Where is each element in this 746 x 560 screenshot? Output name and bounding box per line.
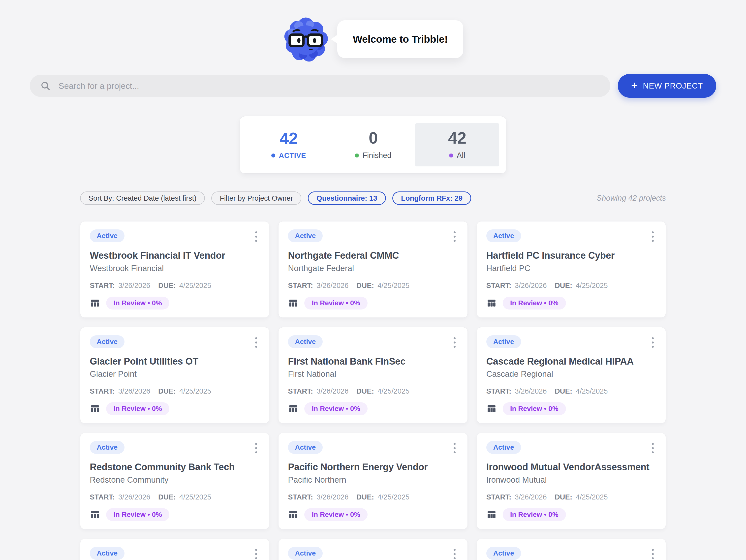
start-date: 3/26/2026 [515, 387, 547, 395]
status-badge: Active [486, 441, 521, 454]
stats-tab-finished[interactable]: 0 Finished [331, 123, 415, 166]
project-dates: START: 3/26/2026 DUE: 4/25/2025 [90, 387, 260, 395]
status-badge: Active [288, 441, 323, 454]
project-owner: Pacific Northern [288, 475, 458, 485]
kebab-menu-icon[interactable] [649, 441, 656, 455]
review-progress-pill: In Review • 0% [304, 297, 368, 309]
kebab-menu-icon[interactable] [253, 547, 260, 560]
card-header: Active [486, 547, 656, 560]
card-header: Active [90, 229, 260, 244]
card-header: Active [288, 441, 458, 455]
review-progress-pill: In Review • 0% [503, 402, 566, 415]
card-header: Active [288, 547, 458, 560]
status-badge: Active [90, 547, 124, 560]
kebab-menu-icon[interactable] [649, 229, 656, 244]
new-project-button[interactable]: + NEW PROJECT [618, 74, 716, 98]
project-title: Pacific Northern Energy Vendor [288, 462, 458, 473]
project-card[interactable]: Active Cascade Regional Medical HIPAA Ca… [477, 327, 666, 424]
card-header: Active [288, 229, 458, 244]
kebab-menu-icon[interactable] [649, 335, 656, 350]
welcome-speech-bubble: Welcome to Tribble! [337, 20, 463, 58]
hero-banner: Welcome to Tribble! [0, 0, 746, 64]
kebab-menu-icon[interactable] [451, 441, 458, 455]
card-header: Active [90, 335, 260, 350]
kebab-menu-icon[interactable] [253, 335, 260, 350]
table-icon [486, 298, 497, 308]
all-count: 42 [448, 130, 466, 146]
filter-owner-chip[interactable]: Filter by Project Owner [211, 192, 301, 205]
review-progress-pill: In Review • 0% [304, 402, 368, 415]
project-status-row: In Review • 0% [288, 508, 458, 521]
due-date: 4/25/2025 [179, 281, 211, 290]
start-date: 3/26/2026 [515, 281, 547, 290]
project-status-row: In Review • 0% [90, 508, 260, 521]
project-dates: START: 3/26/2026 DUE: 4/25/2025 [90, 493, 260, 501]
active-label: ACTIVE [279, 151, 306, 160]
project-status-row: In Review • 0% [288, 297, 458, 309]
project-card[interactable]: Active Granite Summit Capital InvestorDD… [80, 539, 269, 560]
project-grid: Active Westbrook Financial IT Vendor Wes… [80, 221, 666, 560]
kebab-menu-icon[interactable] [253, 229, 260, 244]
project-card[interactable]: Active Hartfield PC Insurance Cyber Hart… [477, 221, 666, 318]
search-input[interactable] [30, 75, 610, 97]
project-owner: Glacier Point [90, 369, 260, 379]
questionnaire-filter-chip[interactable]: Questionnaire: 13 [308, 192, 386, 205]
start-date: 3/26/2026 [316, 493, 348, 501]
table-icon [90, 403, 100, 414]
due-date: 4/25/2025 [179, 493, 211, 501]
project-card[interactable]: Active Westbrook Financial IT Vendor Wes… [80, 221, 269, 318]
tribble-mascot-icon [283, 16, 329, 62]
due-date: 4/25/2025 [377, 281, 409, 290]
project-card[interactable]: Active Glacier Point Utilities OT Glacie… [80, 327, 269, 424]
status-badge: Active [288, 229, 323, 242]
kebab-menu-icon[interactable] [451, 335, 458, 350]
start-label: START: [90, 493, 115, 501]
project-owner: Redstone Community [90, 475, 260, 485]
project-card[interactable]: Active Bluegrass Health Network Vendor B… [477, 539, 666, 560]
card-header: Active [486, 441, 656, 455]
project-dates: START: 3/26/2026 DUE: 4/25/2025 [486, 387, 656, 395]
finished-label: Finished [362, 151, 391, 160]
card-header: Active [90, 441, 260, 455]
due-date: 4/25/2025 [377, 493, 409, 501]
status-badge: Active [90, 229, 124, 242]
project-title: Westbrook Financial IT Vendor [90, 250, 260, 261]
kebab-menu-icon[interactable] [451, 547, 458, 560]
longform-rfx-filter-chip[interactable]: Longform RFx: 29 [392, 192, 471, 205]
project-owner: Cascade Regional [486, 369, 656, 379]
project-status-row: In Review • 0% [90, 402, 260, 415]
welcome-text: Welcome to Tribble! [353, 33, 448, 45]
project-dates: START: 3/26/2026 DUE: 4/25/2025 [486, 493, 656, 501]
due-label: DUE: [356, 387, 374, 395]
card-header: Active [288, 335, 458, 350]
due-date: 4/25/2025 [377, 387, 409, 395]
project-card[interactable]: Active First National Bank FinSec First … [278, 327, 467, 424]
review-progress-pill: In Review • 0% [304, 508, 368, 521]
plus-icon: + [631, 80, 638, 91]
due-label: DUE: [356, 493, 374, 501]
due-date: 4/25/2025 [576, 281, 608, 290]
project-title: Northgate Federal CMMC [288, 250, 458, 261]
project-card[interactable]: Active Ironwood Mutual VendorAssessment … [477, 433, 666, 529]
stats-tab-active[interactable]: 42 ACTIVE [247, 123, 331, 166]
status-badge: Active [90, 335, 124, 348]
sort-by-chip[interactable]: Sort By: Created Date (latest first) [80, 192, 205, 205]
search-bar [30, 75, 610, 97]
project-card[interactable]: Active Pacific Northern Energy Vendor Pa… [278, 433, 467, 529]
kebab-menu-icon[interactable] [649, 547, 656, 560]
status-badge: Active [486, 547, 521, 560]
kebab-menu-icon[interactable] [253, 441, 260, 455]
table-icon [486, 509, 497, 520]
kebab-menu-icon[interactable] [451, 229, 458, 244]
project-card[interactable]: Active Northgate Federal CMMC Northgate … [278, 221, 467, 318]
due-label: DUE: [555, 387, 572, 395]
stats-tab-all[interactable]: 42 All [415, 123, 499, 166]
project-card[interactable]: Active Redstone Community Bank Tech Reds… [80, 433, 269, 529]
new-project-label: NEW PROJECT [643, 81, 703, 90]
project-card[interactable]: Active Cheltenham Asset Management Chelt… [278, 539, 467, 560]
status-badge: Active [288, 547, 323, 560]
review-progress-pill: In Review • 0% [503, 508, 566, 521]
start-date: 3/26/2026 [316, 281, 348, 290]
start-date: 3/26/2026 [118, 281, 150, 290]
finished-count: 0 [369, 130, 378, 146]
